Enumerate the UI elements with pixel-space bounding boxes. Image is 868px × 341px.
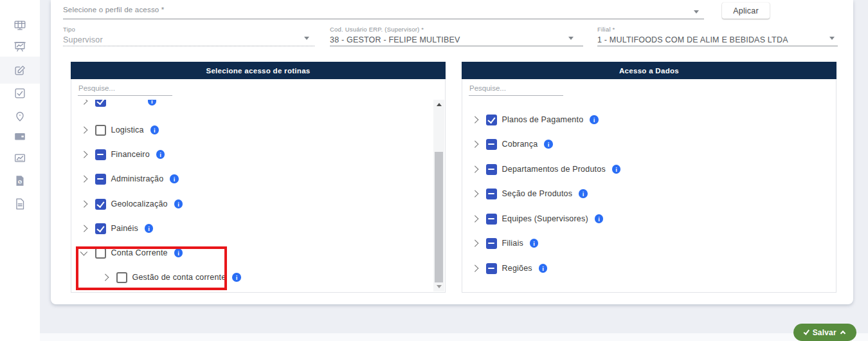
checkbox[interactable] — [95, 199, 106, 210]
tree-item: Planos de Pagamento — [471, 113, 599, 126]
info-icon[interactable] — [539, 264, 548, 273]
info-icon[interactable] — [174, 199, 183, 208]
chevron-right-icon[interactable] — [80, 176, 87, 183]
chevron-right-icon[interactable] — [471, 240, 478, 247]
sidebar-item-presentation[interactable] — [12, 39, 28, 55]
chevron-right-icon[interactable] — [471, 190, 478, 198]
tree-item-label: Financeiro — [111, 150, 150, 159]
checkbox[interactable] — [95, 149, 106, 160]
info-icon[interactable] — [579, 189, 588, 198]
filial-value: 1 - MULTIFOODS COM DE ALIM E BEBIDAS LTD… — [597, 35, 788, 44]
tree-item-label: Equipes (Supervisores) — [502, 214, 588, 223]
info-icon[interactable] — [590, 115, 599, 124]
routines-panel-title: Selecione acesso de rotinas — [71, 62, 446, 79]
sidebar-item-edit[interactable] — [12, 63, 28, 78]
info-icon[interactable] — [174, 248, 183, 257]
tree-item-label: Conta Corrente — [111, 248, 168, 257]
chevron-down-icon[interactable] — [694, 10, 699, 14]
info-icon[interactable] — [595, 214, 604, 223]
tipo-select[interactable] — [63, 46, 314, 46]
checkbox[interactable] — [95, 174, 106, 185]
chevron-right-icon[interactable] — [471, 116, 478, 124]
tree-item: Regiões — [471, 262, 547, 275]
data-access-tree: Planos de Pagamento Cobrança Departament… — [462, 100, 836, 292]
checkbox[interactable] — [486, 238, 497, 249]
checkbox[interactable] — [486, 189, 497, 199]
info-icon[interactable] — [150, 125, 159, 134]
chevron-right-icon[interactable] — [471, 141, 478, 148]
tree-item-label: Filiais — [502, 239, 523, 248]
info-icon[interactable] — [544, 140, 553, 149]
scrollbar[interactable] — [433, 100, 444, 291]
content-card: Selecione o perfil de acesso * Aplicar T… — [51, 0, 853, 304]
sidebar-item-document[interactable] — [12, 196, 28, 212]
data-access-panel: Acesso a Dados Planos de Pagamento Cobra… — [462, 62, 836, 293]
chevron-right-icon[interactable] — [471, 216, 478, 223]
sidebar-item-dashboard[interactable] — [12, 18, 28, 33]
checkbox[interactable] — [95, 248, 106, 259]
checkbox[interactable] — [95, 125, 106, 136]
scroll-down-button[interactable] — [433, 282, 444, 291]
cod-usuario-value: 38 - GESTOR - FELIPE MULTIBEV — [330, 35, 460, 44]
tree-item: Seção de Produtos — [471, 187, 588, 200]
search-input[interactable] — [469, 84, 563, 96]
info-icon[interactable] — [148, 100, 157, 106]
tree-item: Conta Corrente — [80, 246, 183, 259]
checkbox[interactable] — [95, 100, 106, 107]
data-access-panel-title: Acesso a Dados — [462, 62, 836, 79]
info-icon[interactable] — [612, 165, 621, 174]
tree-item: Financeiro — [80, 148, 165, 161]
scrollbar-thumb[interactable] — [435, 152, 443, 282]
search-input[interactable] — [78, 84, 172, 96]
sidebar-item-performance[interactable] — [12, 151, 28, 166]
line-chart-icon — [13, 151, 27, 165]
checkbox[interactable] — [486, 139, 497, 150]
tipo-value: Supervisor — [63, 35, 103, 44]
info-icon[interactable] — [530, 239, 539, 248]
dashboard-icon — [13, 19, 27, 33]
chevron-down-icon[interactable] — [568, 37, 574, 40]
chevron-right-icon[interactable] — [80, 225, 87, 232]
chevron-down-icon[interactable] — [829, 37, 835, 40]
save-button[interactable]: Salvar — [793, 324, 856, 341]
scroll-up-button[interactable] — [433, 100, 444, 109]
chevron-right-icon[interactable] — [471, 265, 478, 272]
tree-item-label: Painéis — [111, 224, 138, 233]
info-icon[interactable] — [232, 273, 241, 282]
sidebar-item-tasks[interactable] — [12, 86, 28, 101]
chevron-right-icon[interactable] — [80, 100, 87, 104]
tree-item: Departamentos de Produtos — [471, 163, 620, 176]
cod-usuario-label: Cod. Usuário ERP. (Supervisor) * — [330, 26, 424, 33]
chevron-right-icon[interactable] — [80, 127, 87, 134]
checkbox[interactable] — [486, 214, 497, 225]
checkbox[interactable] — [486, 263, 497, 274]
apply-button[interactable]: Aplicar — [722, 3, 770, 19]
sidebar-item-geolocation[interactable] — [12, 108, 28, 124]
filial-select[interactable] — [597, 46, 838, 46]
tree-item-label: Cobrança — [502, 140, 538, 149]
chevron-down-icon[interactable] — [80, 248, 87, 255]
checkbox[interactable] — [486, 115, 497, 125]
chevron-right-icon[interactable] — [102, 274, 109, 281]
chevron-right-icon[interactable] — [471, 166, 478, 173]
profile-select[interactable] — [63, 19, 704, 19]
checkbox[interactable] — [116, 272, 127, 283]
sidebar-item-wallet[interactable] — [12, 129, 28, 144]
info-icon[interactable] — [156, 150, 165, 159]
checkbox[interactable] — [486, 164, 497, 175]
cod-usuario-select[interactable] — [330, 46, 583, 46]
sidebar: $ — [0, 0, 40, 341]
tree-item-label: Regiões — [502, 264, 532, 273]
chevron-down-icon[interactable] — [304, 37, 309, 40]
chevron-right-icon[interactable] — [80, 201, 87, 208]
save-button-label: Salvar — [813, 328, 836, 337]
checkbox[interactable] — [95, 223, 106, 234]
tree-item: Equipes (Supervisores) — [471, 212, 603, 225]
info-icon[interactable] — [170, 174, 179, 183]
info-icon[interactable] — [145, 224, 154, 233]
location-pin-icon — [13, 109, 27, 123]
wallet-icon — [13, 129, 27, 143]
edit-icon — [13, 64, 27, 78]
sidebar-item-invoice[interactable]: $ — [12, 173, 28, 189]
chevron-right-icon[interactable] — [80, 151, 87, 158]
